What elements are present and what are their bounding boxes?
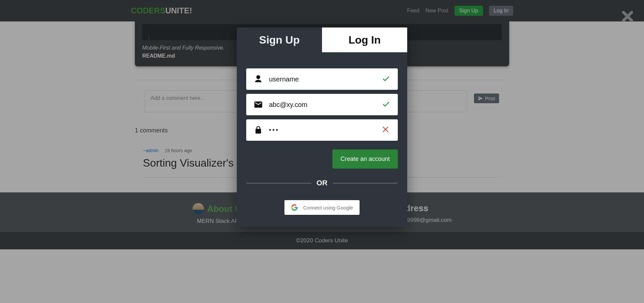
check-icon [382, 100, 390, 110]
email-input[interactable] [269, 101, 382, 109]
username-field[interactable] [246, 68, 398, 90]
password-field[interactable] [246, 119, 398, 141]
create-account-button[interactable]: Create an account [332, 149, 398, 169]
divider-line [246, 183, 311, 183]
google-button-label: Connect using Google [303, 205, 353, 210]
email-field[interactable] [246, 94, 398, 115]
user-icon [254, 74, 263, 84]
check-icon [382, 74, 390, 84]
x-icon [382, 125, 390, 135]
divider-line [333, 183, 398, 183]
or-text: OR [317, 179, 328, 187]
envelope-icon [254, 100, 263, 109]
tab-signup[interactable]: Sign Up [237, 27, 322, 52]
close-icon [621, 9, 635, 23]
lock-icon [254, 125, 263, 135]
password-input[interactable] [269, 127, 382, 134]
close-modal-button[interactable] [621, 9, 635, 25]
google-signin-button[interactable]: Connect using Google [284, 200, 360, 215]
username-input[interactable] [269, 75, 382, 83]
auth-modal: Sign Up Log In Create an account OR [237, 27, 407, 227]
google-icon [291, 204, 298, 211]
tab-login[interactable]: Log In [322, 27, 407, 52]
or-divider: OR [246, 179, 398, 187]
modal-tabs: Sign Up Log In [237, 27, 407, 52]
